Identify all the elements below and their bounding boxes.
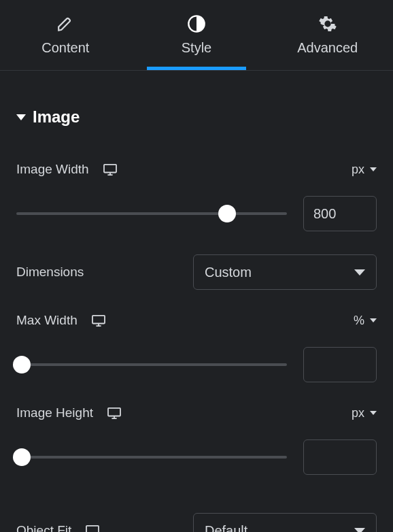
slider-track bbox=[16, 212, 287, 215]
pencil-icon bbox=[56, 14, 75, 33]
label-dimensions: Dimensions bbox=[16, 265, 84, 280]
tab-label: Style bbox=[182, 40, 211, 56]
select-value: Custom bbox=[205, 265, 252, 280]
section-header-image[interactable]: Image bbox=[16, 83, 377, 139]
control-label-group: Object Fit bbox=[16, 523, 100, 532]
control-image-width: Image Width px bbox=[16, 139, 377, 231]
unit-label: px bbox=[352, 406, 364, 420]
chevron-down-icon bbox=[16, 114, 26, 120]
control-object-fit: Object Fit Default bbox=[16, 513, 377, 532]
chevron-down-icon bbox=[370, 411, 377, 415]
svg-rect-1 bbox=[104, 165, 116, 173]
control-max-width: Max Width % bbox=[16, 290, 377, 382]
select-value: Default bbox=[205, 523, 247, 533]
control-label-group: Image Width bbox=[16, 162, 118, 177]
control-header: Image Width px bbox=[16, 162, 377, 177]
slider-thumb[interactable] bbox=[13, 356, 31, 373]
svg-rect-3 bbox=[108, 408, 120, 416]
tab-advanced[interactable]: Advanced bbox=[262, 0, 393, 70]
desktop-icon[interactable] bbox=[91, 314, 106, 327]
unit-select-image-width[interactable]: px bbox=[352, 163, 377, 177]
slider-row bbox=[16, 196, 377, 231]
tab-label: Content bbox=[41, 40, 89, 56]
gear-icon bbox=[318, 14, 337, 33]
control-header: Image Height px bbox=[16, 405, 377, 420]
section-title: Image bbox=[33, 107, 80, 127]
input-image-width[interactable] bbox=[303, 196, 377, 231]
svg-rect-2 bbox=[92, 316, 105, 324]
desktop-icon[interactable] bbox=[103, 163, 118, 176]
control-dimensions: Dimensions Custom bbox=[16, 254, 377, 290]
slider-image-width[interactable] bbox=[16, 205, 287, 222]
label-image-height: Image Height bbox=[16, 405, 93, 420]
slider-track bbox=[16, 456, 287, 459]
control-image-height: Image Height px bbox=[16, 382, 377, 475]
desktop-icon[interactable] bbox=[85, 525, 100, 532]
unit-select-max-width[interactable]: % bbox=[354, 314, 377, 328]
slider-thumb[interactable] bbox=[13, 448, 31, 466]
chevron-down-icon bbox=[370, 167, 377, 171]
chevron-down-icon bbox=[354, 269, 365, 276]
label-max-width: Max Width bbox=[16, 313, 78, 328]
control-label-group: Image Height bbox=[16, 405, 122, 420]
label-object-fit: Object Fit bbox=[16, 523, 71, 532]
unit-select-image-height[interactable]: px bbox=[352, 406, 377, 420]
control-header: Max Width % bbox=[16, 313, 377, 328]
select-dimensions[interactable]: Custom bbox=[193, 254, 377, 290]
input-image-height[interactable] bbox=[303, 439, 377, 475]
input-max-width[interactable] bbox=[303, 347, 377, 382]
svg-rect-4 bbox=[86, 526, 99, 532]
tab-label: Advanced bbox=[297, 40, 358, 56]
chevron-down-icon bbox=[354, 528, 365, 533]
slider-row bbox=[16, 439, 377, 475]
slider-image-height[interactable] bbox=[16, 449, 287, 465]
style-panel: Image Image Width px bbox=[0, 71, 393, 532]
chevron-down-icon bbox=[370, 318, 377, 322]
slider-max-width[interactable] bbox=[16, 356, 287, 373]
tab-style[interactable]: Style bbox=[131, 0, 262, 70]
desktop-icon[interactable] bbox=[107, 407, 122, 419]
tab-content[interactable]: Content bbox=[0, 0, 131, 70]
label-image-width: Image Width bbox=[16, 162, 89, 177]
slider-thumb[interactable] bbox=[218, 205, 236, 222]
contrast-icon bbox=[187, 14, 206, 33]
unit-label: % bbox=[354, 314, 364, 328]
slider-row bbox=[16, 347, 377, 382]
select-object-fit[interactable]: Default bbox=[193, 513, 377, 532]
panel-tabs: Content Style Advanced bbox=[0, 0, 393, 71]
control-label-group: Max Width bbox=[16, 313, 106, 328]
slider-track bbox=[16, 363, 287, 366]
unit-label: px bbox=[352, 163, 364, 177]
